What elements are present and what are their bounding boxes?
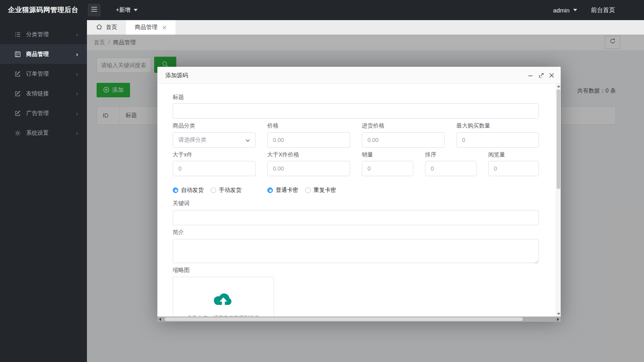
title-field-label: 标题: [173, 94, 184, 100]
sidebar-item-category[interactable]: 分类管理 ›: [0, 25, 87, 44]
chevron-right-icon: ›: [76, 110, 78, 117]
sidebar-item-settings[interactable]: 系统设置 ›: [0, 123, 87, 143]
sales-field-label: 销量: [362, 152, 373, 157]
max-buy-input[interactable]: [456, 132, 539, 148]
modal-horizontal-scrollbar[interactable]: [157, 317, 561, 322]
gt-x-input[interactable]: [173, 161, 256, 176]
select-arrow-icon: [246, 137, 250, 143]
category-field-label: 商品分类: [173, 123, 195, 128]
resize-handle[interactable]: [534, 258, 538, 265]
radio-auto-delivery[interactable]: 自动发货: [173, 187, 204, 194]
purchase-price-field-label: 进货价格: [362, 123, 384, 128]
caret-down-icon: [573, 9, 577, 11]
category-select[interactable]: 请选择分类: [173, 132, 256, 148]
edit-icon: [14, 90, 21, 97]
frontend-home-link[interactable]: 前台首页: [591, 6, 615, 14]
thumbnail-field-label: 缩略图: [173, 267, 190, 273]
gear-icon: [14, 130, 21, 136]
sidebar-item-label: 系统设置: [26, 130, 49, 137]
gt-x-price-input[interactable]: [267, 161, 350, 176]
username-label: admin: [553, 7, 570, 14]
modal-form: 标题 商品分类 请选择分类 价格 进货价格 最大购买数量 大于x件 大于X件价格…: [157, 84, 556, 317]
chevron-right-icon: ›: [76, 70, 78, 77]
sidebar-item-links[interactable]: 友情链接 ›: [0, 84, 87, 103]
sales-input[interactable]: [362, 161, 413, 176]
sort-field-label: 排序: [425, 152, 436, 157]
intro-textarea[interactable]: [173, 239, 539, 263]
modal-window-controls: [525, 67, 557, 84]
add-source-modal: 添加源码 标题 商品分类 请选择分类: [157, 67, 561, 322]
sidebar-item-label: 商品管理: [26, 51, 49, 58]
modal-title: 添加源码: [165, 72, 188, 78]
minimize-icon: [528, 72, 533, 78]
minimize-button[interactable]: [525, 67, 536, 84]
chevron-right-icon: ›: [76, 130, 78, 136]
sidebar-item-orders[interactable]: 订单管理 ›: [0, 64, 87, 84]
scroll-right-arrow[interactable]: [557, 318, 559, 321]
sort-input[interactable]: [425, 161, 477, 176]
close-icon: [549, 73, 554, 78]
sidebar: 分类管理 › 商品管理 › 订单管理 › 友情链接 ›: [0, 20, 87, 362]
scroll-down-arrow[interactable]: [557, 313, 560, 315]
user-dropdown[interactable]: admin: [553, 7, 577, 14]
modal-vertical-scrollbar[interactable]: [556, 84, 561, 317]
keywords-field-label: 关键词: [173, 200, 190, 206]
keywords-input[interactable]: [173, 210, 539, 225]
edit-icon: [14, 110, 21, 117]
maximize-button[interactable]: [536, 67, 546, 84]
chevron-right-icon: ›: [76, 31, 78, 38]
radio-manual-delivery[interactable]: 手动发货: [211, 187, 242, 194]
sidebar-item-label: 广告管理: [26, 110, 49, 117]
topbar-right: admin 前台首页: [553, 0, 644, 20]
modal-title-bar[interactable]: 添加源码: [157, 67, 561, 84]
add-new-label: +新增: [116, 6, 130, 14]
title-input[interactable]: [173, 103, 539, 119]
app-window: 企业猫源码网管理后台 +新增 admin 前台首页 分类管理 ›: [0, 0, 644, 362]
maximize-icon: [538, 72, 544, 78]
vertical-scrollbar-thumb[interactable]: [557, 89, 560, 189]
cloud-upload-icon: [213, 303, 234, 310]
caret-down-icon: [134, 9, 138, 11]
gt-x-field-label: 大于x件: [173, 152, 192, 157]
sidebar-item-ads[interactable]: 广告管理 ›: [0, 103, 87, 123]
price-input[interactable]: [267, 132, 350, 148]
gt-x-price-field-label: 大于X件价格: [267, 152, 299, 157]
top-header: 企业猫源码网管理后台 +新增 admin 前台首页: [0, 0, 644, 20]
add-new-dropdown[interactable]: +新增: [116, 0, 138, 20]
category-select-value: 请选择分类: [178, 136, 206, 144]
max-buy-field-label: 最大购买数量: [456, 123, 490, 128]
delivery-radio-group: 自动发货 手动发货: [173, 187, 242, 194]
sidebar-item-label: 友情链接: [26, 90, 49, 97]
tab-bar: 首页 商品管理: [87, 20, 644, 35]
tab-goods-management[interactable]: 商品管理: [126, 20, 175, 35]
chevron-right-icon: ›: [76, 51, 78, 58]
radio-icon: [211, 187, 216, 193]
close-button[interactable]: [546, 67, 557, 84]
tab-close-icon[interactable]: [162, 25, 167, 31]
radio-icon: [305, 187, 311, 193]
tab-label: 首页: [106, 24, 117, 31]
views-field-label: 阅览量: [488, 152, 505, 157]
hamburger-menu-icon: [91, 6, 97, 14]
edit-icon: [14, 71, 21, 77]
price-field-label: 价格: [267, 123, 279, 128]
radio-icon: [173, 187, 178, 193]
scroll-up-arrow[interactable]: [557, 85, 560, 87]
horizontal-scrollbar-thumb[interactable]: [165, 317, 523, 321]
sidebar-item-goods[interactable]: 商品管理 ›: [0, 44, 87, 64]
tab-home[interactable]: 首页: [87, 20, 126, 35]
chevron-right-icon: ›: [76, 90, 78, 97]
purchase-price-input[interactable]: [362, 132, 445, 148]
tab-label: 商品管理: [135, 24, 157, 31]
radio-icon: [267, 187, 273, 193]
sidebar-item-label: 分类管理: [26, 31, 49, 38]
goods-icon: [14, 51, 21, 58]
home-icon: [96, 24, 103, 31]
hamburger-menu-button[interactable]: [88, 4, 101, 16]
radio-normal-card[interactable]: 普通卡密: [267, 187, 298, 194]
radio-repeat-card[interactable]: 重复卡密: [305, 187, 336, 194]
app-title: 企业猫源码网管理后台: [8, 0, 78, 20]
views-input[interactable]: [488, 161, 539, 176]
scroll-left-arrow[interactable]: [159, 318, 161, 321]
thumbnail-upload-dropzone[interactable]: 点击上传，或将文件拖拽到此处: [173, 277, 274, 317]
